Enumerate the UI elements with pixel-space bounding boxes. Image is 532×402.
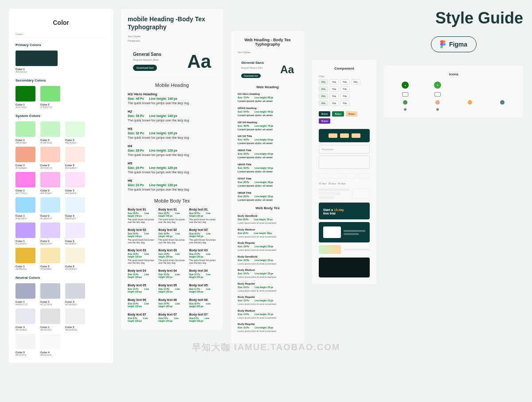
trial-card[interactable]: Start a 15-day free trial — [319, 203, 370, 219]
icons-title: Icons — [391, 72, 516, 76]
pill-chip[interactable]: Pills — [329, 79, 339, 85]
component-button[interactable]: Button — [346, 111, 357, 117]
neutral-label: Neutral Colors — [16, 276, 106, 280]
color-swatch[interactable]: Color 2#C8EAFF — [40, 197, 63, 220]
badge-icon-green: • — [402, 82, 409, 89]
color-title: Color — [16, 16, 106, 33]
dot-icon-small — [436, 108, 439, 111]
body-text-spec: Body text 06Size 10 Px Line height 120 p… — [189, 298, 216, 308]
heading-spec: H6Size: 22 PxLine height: 120 pxThe quic… — [128, 179, 216, 191]
mobile-body-label: Mobile Body Tex — [128, 198, 216, 203]
color-swatch[interactable]: Color 2#EEEEEE — [65, 308, 87, 331]
color-swatch[interactable]: Color 1#E0E0E0 — [40, 308, 63, 331]
body-text-spec: Body text 03Size 14 Px Line height 120 p… — [128, 249, 155, 265]
download-font-button[interactable]: Download font — [133, 65, 157, 71]
color-swatch[interactable]: Color 1#9ED9FF — [16, 197, 38, 220]
pill-chip[interactable]: Pills — [340, 79, 349, 85]
pill-chip[interactable]: Pills — [319, 79, 328, 85]
body-text-spec: Body text 05Size 11 Px Line height 120 p… — [158, 284, 185, 294]
color-swatch[interactable]: Color 1#C2A0FF — [16, 222, 38, 245]
color-swatch[interactable]: Color 3#D4D6E0 — [65, 283, 87, 306]
web-body-spec: Body RegularSize: 18 PxLine height: 28 p… — [238, 242, 297, 252]
body-text-spec: Body text 07Size 9 Px Line height 120 px — [158, 313, 185, 323]
web-heading-spec: H5/H5 TitleSize: 30 PxLine height: 54 px… — [238, 149, 297, 160]
color-swatch[interactable]: Color 4#FAFAFA — [40, 334, 63, 356]
body-text-spec: Body text 04Size 12 Px Line height 120 p… — [189, 269, 216, 279]
color-swatch[interactable]: Color 2#FFB3EF — [40, 172, 63, 195]
media-card — [319, 222, 370, 242]
color-swatch[interactable]: Color 3#FFE8E0 — [65, 147, 87, 169]
dot-icon — [403, 100, 407, 105]
pill-chip[interactable]: Pills — [340, 101, 349, 106]
web-body-spec: Body MediumSize 18 PxLine height: 30pxLo… — [238, 228, 297, 238]
web-body-spec: Body RegularSize: 13 PxLine height: 22 p… — [238, 296, 297, 306]
color-swatch[interactable]: Color 2#FFD0C0 — [40, 147, 63, 169]
color-swatch[interactable]: Color 3#E0FAE0 — [65, 121, 87, 144]
color-swatch[interactable]: Color 1#0D3A3A — [16, 51, 60, 73]
color-swatch[interactable]: Color 1#0A7A0A — [16, 86, 38, 109]
pill-chip[interactable]: Pills — [329, 86, 339, 92]
icons-panel: Icons • + — [384, 66, 523, 117]
web-body-label: Web Body Tex — [238, 206, 297, 210]
web-heading-label: Web Heading — [238, 85, 297, 89]
color-swatch[interactable]: Color 3#FFE0F8 — [65, 172, 87, 195]
color-swatch[interactable]: Color 1#A8ACC0 — [16, 283, 38, 306]
color-swatch[interactable]: Color 2#E0CCFF — [40, 222, 63, 245]
figma-badge[interactable]: Figma — [431, 36, 477, 52]
mobile-heading-label: Mobile Heading — [128, 82, 216, 88]
web-body-spec: Body RegularSize: 16 PxLine height: 22 p… — [238, 282, 297, 293]
input-example-1[interactable]: Placeholder — [319, 145, 370, 154]
body-text-spec: Body text 01Size 18 Px Line height 140 p… — [189, 208, 216, 224]
web-heading-spec: H6/H6 TitleSize: 30 PxLine height: 44 px… — [238, 163, 297, 174]
color-swatch[interactable]: Color 3#FAF3DD — [65, 248, 87, 270]
font-sample-aa: Aa — [187, 52, 211, 71]
color-swatch[interactable]: Color 1#FF7FEA — [16, 172, 38, 195]
primary-label: Primary Colors — [16, 43, 106, 47]
page-title: Style Guide — [384, 9, 523, 27]
heading-spec: H4Size: 28 PxLine height: 120 pxThe quic… — [128, 144, 216, 157]
component-button[interactable]: Button — [319, 118, 330, 124]
body-text-spec: Body text 02Size 16 Px Line height 140 p… — [158, 228, 185, 244]
mobile-typo-panel: mobile Heading -Body Tex Typhography Tex… — [121, 9, 223, 330]
input-example-2[interactable] — [319, 156, 370, 169]
color-swatch[interactable]: Color 2#7DE07D — [40, 86, 63, 109]
body-text-spec: Body text 06Size 10 Px Line height 120 p… — [128, 298, 155, 308]
pill-chip[interactable]: Pills — [319, 86, 328, 92]
color-swatch[interactable]: Color 3#E8F6FF — [65, 197, 87, 220]
component-panel: Component Chips PillsPillsPillsPillsPill… — [312, 60, 376, 284]
color-swatch[interactable]: Color 3#F5F5F5 — [16, 334, 38, 356]
heading-spec: H3Size: 32 PxLine height: 120 pxThe quic… — [128, 127, 216, 140]
color-swatch[interactable]: Color 2#F5E8B0 — [40, 248, 63, 270]
web-font-card: General Sans Regular Medium Bold Downloa… — [238, 57, 297, 82]
pill-chip[interactable]: Pills — [340, 94, 349, 99]
web-heading-spec: H3/ H4 HeadingSize: 48 PxLine height: 75… — [238, 121, 297, 132]
color-swatch[interactable]: Color 1#B0F0B0 — [16, 121, 38, 144]
body-text-spec: Body text 03Size 14 Px Line height 120 p… — [189, 249, 216, 265]
pill-chip[interactable]: Pills — [329, 94, 339, 99]
dot-icon — [500, 100, 505, 105]
color-swatch[interactable]: Color 2#C8F5C8 — [40, 121, 63, 144]
mail-icon — [402, 92, 408, 97]
web-download-font-button[interactable]: Download font — [241, 74, 261, 78]
color-swatch[interactable]: Color 4#E8E9EE — [16, 308, 38, 331]
dot-icon-small — [404, 108, 407, 111]
secondary-label: Secondary Colors — [16, 78, 106, 82]
heading-spec: H5Size: 24 PxLine height: 120 pxThe quic… — [128, 161, 216, 174]
text-styles-label: Text Styles — [128, 35, 216, 38]
pill-chip[interactable]: Pills — [319, 101, 328, 106]
component-button[interactable]: Button — [332, 111, 344, 117]
pill-chip[interactable]: Pills — [340, 86, 349, 92]
pill-chip[interactable]: Pills — [319, 94, 328, 99]
color-swatch[interactable]: Color 1#F5A58A — [16, 147, 38, 169]
pill-chip[interactable]: Pills — [351, 79, 360, 85]
component-button[interactable]: Button — [319, 111, 330, 117]
body-text-spec: Body text 02Size 16 Px Line height 140 p… — [128, 228, 155, 244]
color-swatch[interactable]: Color 3#F2EBFF — [65, 222, 87, 245]
pill-chip[interactable]: Pills — [329, 101, 339, 106]
color-swatch[interactable]: Color 2#C2C5D4 — [40, 283, 63, 306]
heading-spec: H1/ Hero HeadingSize: 40 PxLine height: … — [128, 92, 216, 105]
body-text-spec: Body text 05Size 11 Px Line height 120 p… — [128, 284, 155, 294]
color-swatch[interactable]: Color 1#E8B83A — [16, 248, 38, 270]
web-body-spec: Body MediumSize: 13 PxLine height: 22 px… — [238, 309, 297, 320]
body-text-spec: Body text 04Size 12 Px Line height 120 p… — [158, 269, 185, 279]
